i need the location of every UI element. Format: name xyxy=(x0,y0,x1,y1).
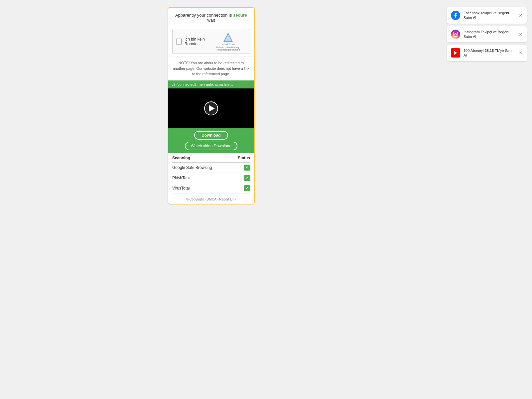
card-footer: © Copyright - DMCA - Report Link xyxy=(168,195,254,204)
video-title-bar: c2 (connected2.me ) anlık atma hile… xyxy=(168,80,254,88)
footer-text: © Copyright - DMCA - Report Link xyxy=(186,198,236,201)
download-btn-container: Download Watch video Download xyxy=(168,128,254,153)
svg-point-2 xyxy=(457,33,457,33)
facebook-icon xyxy=(451,11,460,20)
recaptcha-area: Ich bin kein Roboter. reCAPTCHA Datensch… xyxy=(168,26,254,57)
header-text-line1: Apparently your connection is xyxy=(175,13,232,18)
play-button[interactable] xyxy=(204,101,218,115)
scan-status-gsb: ✓ xyxy=(244,165,250,171)
notifications-panel: Facebook Takipçi ve Beğeni Satın Al ✕ In… xyxy=(447,7,527,61)
scan-name-virustotal: VirusTotal xyxy=(172,186,190,191)
scan-status-virustotal: ✓ xyxy=(244,185,250,191)
svg-point-1 xyxy=(455,33,456,35)
notif-text-facebook: Facebook Takipçi ve Beğeni Satın Al xyxy=(464,11,515,20)
recaptcha-brand: reCAPTCHA xyxy=(222,43,235,46)
notif-close-instagram[interactable]: ✕ xyxy=(519,32,523,37)
recaptcha-checkbox[interactable] xyxy=(176,39,182,45)
scan-row-virustotal: VirusTotal ✓ xyxy=(172,183,250,194)
status-label: Status xyxy=(238,156,250,160)
youtube-icon xyxy=(451,48,460,58)
scan-row-phishtank: PhishTank ✓ xyxy=(172,173,250,183)
recaptcha-label: Ich bin kein Roboter. xyxy=(185,37,210,46)
recaptcha-subtext: Datenschutzerklärung · Nutzungsbedingung… xyxy=(210,46,246,51)
notif-close-facebook[interactable]: ✕ xyxy=(519,13,523,18)
card-header: Apparently your connection is secure wai… xyxy=(168,8,254,26)
scanning-header: Scanning Status xyxy=(172,156,250,163)
svg-marker-3 xyxy=(454,51,457,55)
play-icon xyxy=(209,105,215,112)
secure-word: secure xyxy=(233,13,247,18)
video-section: c2 (connected2.me ) anlık atma hile… Dow… xyxy=(168,80,254,153)
instagram-icon xyxy=(451,30,460,39)
video-title: c2 (connected2.me ) anlık atma hile… xyxy=(172,82,233,86)
video-player[interactable] xyxy=(168,88,254,128)
recaptcha-box[interactable]: Ich bin kein Roboter. reCAPTCHA Datensch… xyxy=(172,29,250,54)
notif-close-youtube[interactable]: ✕ xyxy=(519,51,523,55)
recaptcha-right: reCAPTCHA Datenschutzerklärung · Nutzung… xyxy=(210,32,246,51)
notif-text-youtube: 100 Aboneyi 28,18 TL'ye Satın Al xyxy=(464,48,515,58)
notif-item-facebook: Facebook Takipçi ve Beğeni Satın Al ✕ xyxy=(447,7,527,24)
scan-name-phishtank: PhishTank xyxy=(172,176,191,180)
main-card: Apparently your connection is secure wai… xyxy=(168,7,255,204)
scan-name-gsb: Google Safe Browsing xyxy=(172,165,212,170)
note-text: NOTE! You are about to be redirected to … xyxy=(173,61,250,76)
download-button[interactable]: Download xyxy=(194,131,228,140)
scan-row-gsb: Google Safe Browsing ✓ xyxy=(172,163,250,173)
recaptcha-logo-icon xyxy=(223,32,233,43)
notif-item-youtube: 100 Aboneyi 28,18 TL'ye Satın Al ✕ xyxy=(447,45,527,61)
scan-status-phishtank: ✓ xyxy=(244,175,250,181)
notif-item-instagram: Instagram Takipçi ve Beğeni Satın Al ✕ xyxy=(447,26,527,43)
recaptcha-left: Ich bin kein Roboter. xyxy=(176,37,210,46)
scanning-section: Scanning Status Google Safe Browsing ✓ P… xyxy=(168,153,254,195)
note-section: NOTE! You are about to be redirected to … xyxy=(168,57,254,80)
svg-rect-0 xyxy=(453,32,458,36)
scanning-label: Scanning xyxy=(172,156,190,160)
watch-video-button[interactable]: Watch video Download xyxy=(185,142,237,150)
header-wait: wait xyxy=(207,18,215,23)
notif-text-instagram: Instagram Takipçi ve Beğeni Satın Al xyxy=(464,30,515,39)
